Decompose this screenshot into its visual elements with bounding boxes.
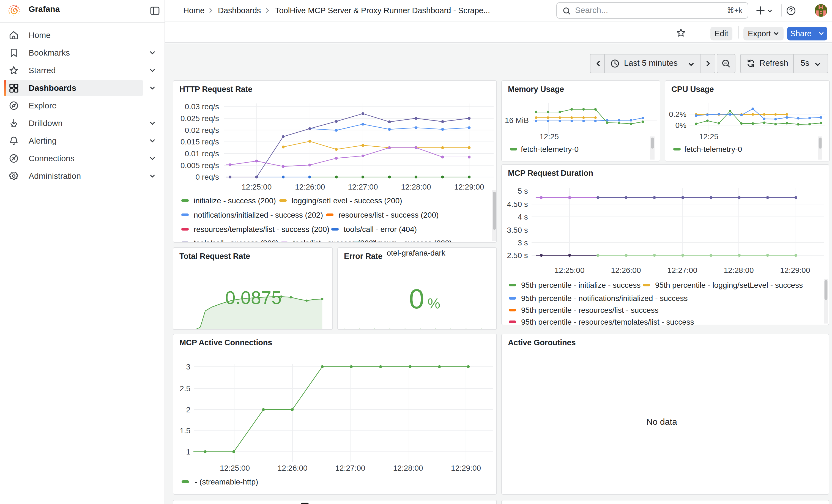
svg-text:2.50 s: 2.50 s <box>507 251 528 260</box>
svg-text:12:26:00: 12:26:00 <box>295 183 325 191</box>
svg-text:12:26:00: 12:26:00 <box>278 464 308 472</box>
svg-text:95th percentile - logging/setL: 95th percentile - logging/setLevel - suc… <box>655 281 803 289</box>
svg-text:12:25:00: 12:25:00 <box>241 183 271 191</box>
svg-text:95th percentile - resources/li: 95th percentile - resources/list - succe… <box>521 306 659 314</box>
svg-text:0.025 req/s: 0.025 req/s <box>181 114 219 123</box>
svg-text:12:25: 12:25 <box>540 132 559 141</box>
svg-text:tools/call - success (200): tools/call - success (200) <box>194 239 279 243</box>
svg-text:3.50 s: 3.50 s <box>507 226 528 234</box>
svg-text:12:25:00: 12:25:00 <box>555 266 584 274</box>
svg-text:12:29:00: 12:29:00 <box>451 464 481 472</box>
svg-text:2.5: 2.5 <box>180 384 190 393</box>
svg-text:1.5: 1.5 <box>180 426 190 435</box>
svg-text:3: 3 <box>186 363 190 371</box>
svg-text:12:28:00: 12:28:00 <box>401 183 431 191</box>
svg-text:12:26:00: 12:26:00 <box>611 266 641 274</box>
svg-text:4.50 s: 4.50 s <box>507 200 528 209</box>
svg-text:16 MiB: 16 MiB <box>505 116 529 125</box>
svg-text:0.02 req/s: 0.02 req/s <box>185 126 219 135</box>
svg-text:0.01 req/s: 0.01 req/s <box>185 150 219 158</box>
svg-text:tools/call - error (404): tools/call - error (404) <box>344 225 417 234</box>
svg-text:12:27:00: 12:27:00 <box>348 183 378 191</box>
svg-text:resources/templates/list - suc: resources/templates/list - success (200) <box>194 225 329 234</box>
svg-text:95th percentile - initialize -: 95th percentile - initialize - success <box>521 281 641 289</box>
svg-text:otel-grafana-dark: otel-grafana-dark <box>387 249 445 257</box>
svg-text:0.2%: 0.2% <box>669 110 686 118</box>
svg-text:fetch-telemetry-0: fetch-telemetry-0 <box>521 145 579 154</box>
svg-text:tools/list - success (200): tools/list - success (200) <box>293 239 375 243</box>
svg-text:12:28:00: 12:28:00 <box>724 266 754 274</box>
svg-text:12:28:00: 12:28:00 <box>393 464 423 472</box>
svg-text:resources/list - success (200): resources/list - success (200) <box>338 211 439 219</box>
svg-text:- (streamable-http): - (streamable-http) <box>195 478 258 486</box>
svg-text:unknown - success (200): unknown - success (200) <box>366 239 452 243</box>
svg-text:0.03 req/s: 0.03 req/s <box>185 102 219 111</box>
svg-text:0.005 req/s: 0.005 req/s <box>181 161 219 170</box>
svg-text:2: 2 <box>186 405 190 414</box>
svg-text:fetch-telemetry-0: fetch-telemetry-0 <box>684 145 742 154</box>
svg-text:12:29:00: 12:29:00 <box>780 266 810 274</box>
svg-text:4 s: 4 s <box>518 213 528 221</box>
svg-text:3 s: 3 s <box>518 239 528 247</box>
svg-text:1: 1 <box>186 448 190 456</box>
svg-text:5 s: 5 s <box>518 187 528 195</box>
svg-text:0.015 req/s: 0.015 req/s <box>181 137 219 146</box>
svg-text:0.0875: 0.0875 <box>225 287 282 308</box>
svg-text:notifications/initialized - su: notifications/initialized - success (202… <box>194 211 323 219</box>
svg-text:12:25:00: 12:25:00 <box>220 464 250 472</box>
svg-text:12:27:00: 12:27:00 <box>668 266 698 274</box>
svg-text:logging/setLevel - success (20: logging/setLevel - success (200) <box>292 196 402 205</box>
svg-text:12:29:00: 12:29:00 <box>454 183 484 191</box>
svg-text:95th percentile - notification: 95th percentile - notifications/initiali… <box>521 294 687 302</box>
svg-text:0: 0 <box>409 283 424 314</box>
svg-text:0%: 0% <box>675 121 686 130</box>
svg-text:0 req/s: 0 req/s <box>196 173 219 181</box>
svg-text:12:25: 12:25 <box>699 132 718 141</box>
svg-text:%: % <box>427 295 440 312</box>
svg-text:initialize - success (200): initialize - success (200) <box>194 196 276 205</box>
svg-text:12:27:00: 12:27:00 <box>335 464 365 472</box>
svg-text:95th percentile - resources/te: 95th percentile - resources/templates/li… <box>521 318 694 325</box>
